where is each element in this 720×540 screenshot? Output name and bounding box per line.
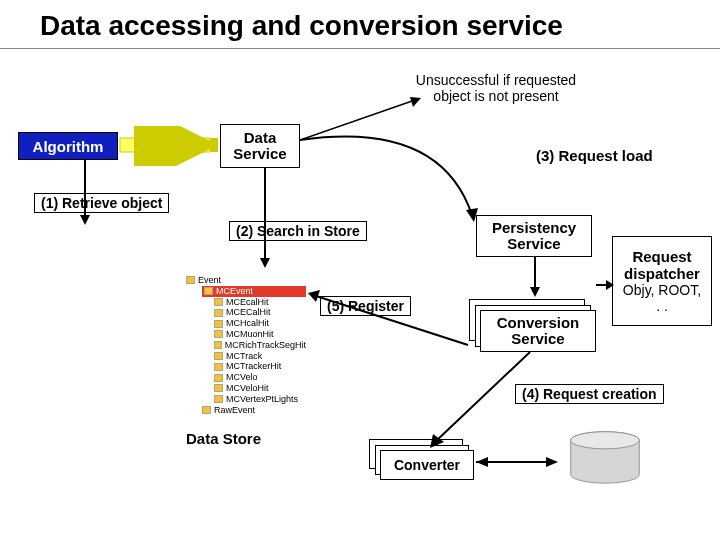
svg-rect-2 bbox=[120, 138, 210, 152]
folder-icon bbox=[214, 330, 223, 338]
database-cylinder-icon bbox=[560, 430, 650, 490]
folder-icon bbox=[204, 287, 213, 295]
divider bbox=[0, 48, 720, 49]
converter-box: Converter bbox=[380, 450, 474, 480]
arrow-5-register bbox=[308, 290, 478, 360]
arrow-persistency-to-conversion bbox=[520, 257, 550, 305]
conversion-service-box: Conversion Service bbox=[480, 310, 596, 352]
folder-icon bbox=[214, 374, 223, 382]
folder-icon bbox=[214, 298, 223, 306]
request-dispatcher-box: Request dispatcher Objy, ROOT, . . bbox=[612, 236, 712, 326]
arrow-converter-to-cylinder bbox=[476, 452, 566, 472]
tree-row: MCVertexPtLights bbox=[214, 394, 306, 405]
step-1-label: (1) Retrieve object bbox=[34, 193, 169, 213]
folder-icon bbox=[214, 320, 223, 328]
arrow-conversion-to-dispatcher bbox=[596, 275, 616, 295]
tree-row-selected: MCEvent bbox=[202, 286, 306, 297]
tree-row: RawEvent bbox=[202, 405, 306, 416]
folder-icon bbox=[214, 363, 223, 371]
persistency-service-box: Persistency Service bbox=[476, 215, 592, 257]
note-unsuccessful: Unsuccessful if requested object is not … bbox=[412, 72, 580, 104]
arrow-1-retrieve bbox=[70, 160, 100, 235]
tree-row: MCTrackerHit bbox=[214, 361, 306, 372]
dispatcher-subtitle: Objy, ROOT, . . bbox=[619, 282, 705, 314]
folder-icon bbox=[214, 384, 223, 392]
folder-icon bbox=[214, 395, 223, 403]
folder-icon bbox=[202, 406, 211, 414]
dispatcher-title: Request dispatcher bbox=[619, 248, 705, 283]
tree-row: MCVeloHit bbox=[214, 383, 306, 394]
arrow-2-search bbox=[250, 168, 280, 278]
tree-row: MCECalHit bbox=[214, 307, 306, 318]
data-store-tree: Event MCEvent MCEcalHit MCECalHit MCHcal… bbox=[186, 275, 306, 415]
data-store-label: Data Store bbox=[186, 430, 261, 447]
step-3-label: (3) Request load bbox=[530, 146, 659, 165]
tree-row: MCVelo bbox=[214, 372, 306, 383]
folder-icon bbox=[214, 352, 223, 360]
svg-point-1 bbox=[571, 432, 640, 449]
arrow-3-request-load bbox=[300, 130, 480, 230]
algorithm-box: Algorithm bbox=[18, 132, 118, 160]
tree-row: MCRichTrackSegHit bbox=[214, 340, 306, 351]
diagram-title: Data accessing and conversion service bbox=[40, 10, 563, 42]
tree-row: MCEcalHit bbox=[214, 297, 306, 308]
tree-row: Event bbox=[186, 275, 306, 286]
data-service-box: Data Service bbox=[220, 124, 300, 168]
folder-icon bbox=[214, 309, 223, 317]
folder-icon bbox=[186, 276, 195, 284]
arrow-4-request-creation bbox=[430, 352, 540, 452]
tree-row: MCHcalHit bbox=[214, 318, 306, 329]
folder-icon bbox=[214, 341, 222, 349]
arrow-algo-to-service bbox=[118, 126, 222, 166]
tree-row: MCMuonHit bbox=[214, 329, 306, 340]
tree-row: MCTrack bbox=[214, 351, 306, 362]
